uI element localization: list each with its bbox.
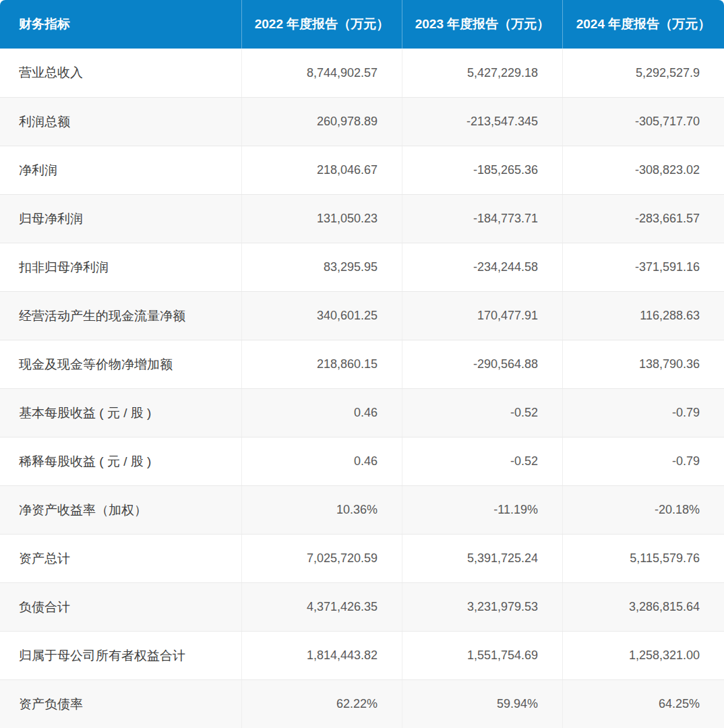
row-label: 利润总额	[0, 98, 241, 146]
value-2022: 1,814,443.82	[241, 632, 402, 679]
table-row: 负债合计 4,371,426.35 3,231,979.53 3,286,815…	[0, 582, 724, 631]
value-2022: 131,050.23	[241, 195, 402, 243]
value-2024: 116,288.63	[562, 292, 724, 340]
value-2023: 170,477.91	[402, 292, 562, 340]
table-row: 扣非归母净利润 83,295.95 -234,244.58 -371,591.1…	[0, 243, 724, 291]
value-2022: 62.22%	[241, 680, 402, 728]
table-row: 基本每股收益 ( 元 / 股 ) 0.46 -0.52 -0.79	[0, 388, 724, 437]
value-2024: -0.79	[562, 437, 724, 485]
value-2024: -20.18%	[562, 486, 724, 534]
value-2024: 138,790.36	[562, 340, 724, 388]
value-2023: -234,244.58	[402, 243, 562, 291]
table-row: 利润总额 260,978.89 -213,547.345 -305,717.70	[0, 97, 724, 146]
table-row: 经营活动产生的现金流量净额 340,601.25 170,477.91 116,…	[0, 291, 724, 340]
value-2022: 83,295.95	[241, 243, 402, 291]
value-2023: -11.19%	[402, 486, 562, 534]
value-2024: -283,661.57	[562, 195, 724, 243]
value-2023: -213,547.345	[402, 98, 562, 146]
row-label: 净资产收益率（加权）	[0, 486, 241, 534]
value-2023: 5,391,725.24	[402, 535, 562, 582]
value-2024: -305,717.70	[562, 98, 724, 146]
value-2024: 3,286,815.64	[562, 583, 724, 631]
value-2024: -371,591.16	[562, 243, 724, 291]
row-label: 经营活动产生的现金流量净额	[0, 292, 241, 340]
value-2022: 7,025,720.59	[241, 535, 402, 582]
row-label: 营业总收入	[0, 49, 241, 97]
row-label: 资产负债率	[0, 680, 241, 728]
value-2022: 260,978.89	[241, 98, 402, 146]
row-label: 归属于母公司所有者权益合计	[0, 632, 241, 679]
value-2023: -0.52	[402, 389, 562, 437]
row-label: 扣非归母净利润	[0, 243, 241, 291]
header-2024-column: 2024 年度报告（万元）	[562, 0, 724, 49]
table-row: 净资产收益率（加权） 10.36% -11.19% -20.18%	[0, 485, 724, 534]
row-label: 资产总计	[0, 535, 241, 582]
row-label: 负债合计	[0, 583, 241, 631]
table-body: 营业总收入 8,744,902.57 5,427,229.18 5,292,52…	[0, 49, 724, 728]
value-2022: 218,860.15	[241, 340, 402, 388]
table-row: 营业总收入 8,744,902.57 5,427,229.18 5,292,52…	[0, 49, 724, 97]
row-label: 基本每股收益 ( 元 / 股 )	[0, 389, 241, 437]
value-2023: 1,551,754.69	[402, 632, 562, 679]
value-2024: -0.79	[562, 389, 724, 437]
value-2023: -185,265.36	[402, 146, 562, 194]
value-2024: 1,258,321.00	[562, 632, 724, 679]
value-2023: -184,773.71	[402, 195, 562, 243]
value-2022: 0.46	[241, 389, 402, 437]
value-2022: 0.46	[241, 437, 402, 485]
table-header-row: 财务指标 2022 年度报告（万元） 2023 年度报告（万元） 2024 年度…	[0, 0, 724, 49]
row-label: 稀释每股收益 ( 元 / 股 )	[0, 437, 241, 485]
value-2024: 5,115,579.76	[562, 535, 724, 582]
row-label: 归母净利润	[0, 195, 241, 243]
table-row: 净利润 218,046.67 -185,265.36 -308,823.02	[0, 146, 724, 194]
value-2024: 5,292,527.9	[562, 49, 724, 97]
value-2024: 64.25%	[562, 680, 724, 728]
header-2022-column: 2022 年度报告（万元）	[241, 0, 402, 49]
header-2023-column: 2023 年度报告（万元）	[402, 0, 562, 49]
row-label: 现金及现金等价物净增加额	[0, 340, 241, 388]
value-2022: 4,371,426.35	[241, 583, 402, 631]
table-row: 资产负债率 62.22% 59.94% 64.25%	[0, 679, 724, 728]
row-label: 净利润	[0, 146, 241, 194]
value-2023: -290,564.88	[402, 340, 562, 388]
table-row: 资产总计 7,025,720.59 5,391,725.24 5,115,579…	[0, 534, 724, 582]
value-2023: 3,231,979.53	[402, 583, 562, 631]
table-row: 稀释每股收益 ( 元 / 股 ) 0.46 -0.52 -0.79	[0, 437, 724, 485]
value-2023: 59.94%	[402, 680, 562, 728]
table-row: 现金及现金等价物净增加额 218,860.15 -290,564.88 138,…	[0, 340, 724, 388]
financial-indicators-table: 财务指标 2022 年度报告（万元） 2023 年度报告（万元） 2024 年度…	[0, 0, 724, 728]
value-2023: -0.52	[402, 437, 562, 485]
value-2024: -308,823.02	[562, 146, 724, 194]
table-row: 归属于母公司所有者权益合计 1,814,443.82 1,551,754.69 …	[0, 631, 724, 679]
value-2023: 5,427,229.18	[402, 49, 562, 97]
value-2022: 10.36%	[241, 486, 402, 534]
value-2022: 340,601.25	[241, 292, 402, 340]
value-2022: 8,744,902.57	[241, 49, 402, 97]
table-row: 归母净利润 131,050.23 -184,773.71 -283,661.57	[0, 194, 724, 243]
header-indicator-column: 财务指标	[0, 0, 241, 49]
value-2022: 218,046.67	[241, 146, 402, 194]
